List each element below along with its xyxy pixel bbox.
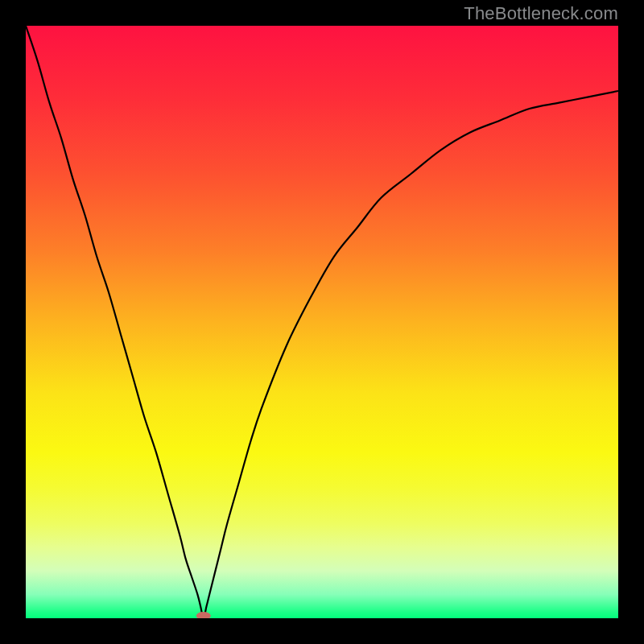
- attribution-label: TheBottleneck.com: [464, 3, 618, 24]
- plot-area: [26, 26, 618, 618]
- chart-frame: TheBottleneck.com: [0, 0, 644, 644]
- gradient-background: [26, 26, 618, 618]
- bottleneck-chart: [26, 26, 618, 618]
